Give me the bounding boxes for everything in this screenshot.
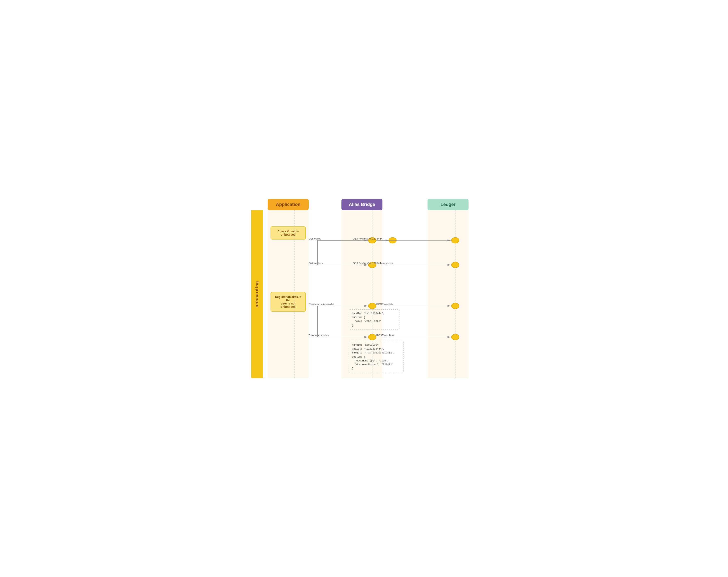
process-box-check-user: Check if user isonboarded — [270, 227, 306, 239]
header-application: Application — [268, 199, 309, 210]
code-box-wallet-payload: handle: "tel:1333444", custom: { name: "… — [348, 309, 399, 330]
label-post-wallets: POST /wallets — [376, 303, 393, 306]
header-alias-bridge: Alias Bridge — [341, 199, 383, 210]
label-create-anchor: Create an anchor — [309, 334, 329, 337]
code-box-anchor-payload: handle: "acc.1003", wallet: "tel:1333444… — [348, 341, 404, 373]
label-get-wallet: Get wallet — [309, 237, 320, 240]
label-get-anchors: Get anchors — [309, 262, 323, 265]
label-create-wallet: Create an alias wallet — [309, 303, 334, 306]
header-ledger: Ledger — [427, 199, 469, 210]
vertical-label-onboarding: onboarding — [251, 210, 263, 378]
label-get-anchors-api: GET /wallets/tel:1333444/anchors — [353, 262, 393, 265]
header-row: Application Alias Bridge Ledger — [268, 199, 477, 210]
label-post-anchors: POST /anchors — [376, 334, 394, 337]
process-box-register-alias: Register an alias, if theuser is not onb… — [270, 292, 306, 312]
lane-ledger — [427, 210, 469, 378]
lane-gap1 — [309, 210, 341, 378]
diagram-wrapper: Application Alias Bridge Ledger onboardi… — [251, 199, 477, 378]
label-get-wallet-api: GET /wallets/tel:1333444 — [353, 237, 383, 240]
